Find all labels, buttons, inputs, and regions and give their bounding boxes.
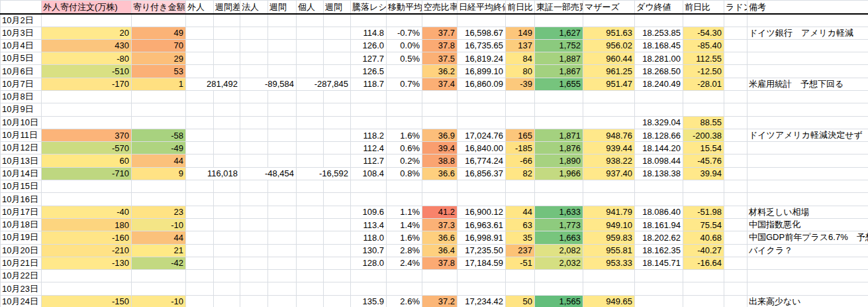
cell-p[interactable]: 949.65 [583,295,635,307]
cell-k[interactable] [387,270,422,282]
note-cell[interactable]: 米雇用統計 予想下回る [747,78,868,90]
cell-j[interactable]: 114.8 [351,27,387,39]
cell-h[interactable] [297,282,324,295]
cell-j[interactable]: 118.0 [351,231,387,244]
cell-p[interactable]: 955.81 [583,244,635,257]
cell-d[interactable] [186,193,214,206]
cell-n[interactable] [506,270,535,282]
cell-h[interactable] [297,103,324,116]
cell-k[interactable]: 0.8% [387,167,422,180]
cell-l[interactable]: 37.8 [422,39,458,52]
cell-p[interactable]: 959.83 [583,231,635,244]
cell-s[interactable] [724,52,747,65]
cell-n[interactable]: 63 [506,218,535,231]
note-cell[interactable] [747,282,868,295]
cell-h[interactable] [297,244,324,257]
cell-p[interactable]: 939.44 [583,142,635,154]
cell-g[interactable] [268,65,297,78]
cell-k[interactable]: 1.4% [387,218,422,231]
cell-g[interactable] [268,295,297,307]
cell-f[interactable] [240,90,268,103]
note-cell[interactable]: ドイツ銀行 アメリカ軽減 [747,27,868,39]
date-cell[interactable]: 10月24日 [1,295,42,307]
date-cell[interactable]: 10月10日 [1,116,42,129]
cell-e[interactable] [214,39,240,52]
cell-d[interactable] [186,231,214,244]
cell-n[interactable] [506,282,535,295]
cell-j[interactable]: 112.7 [351,154,387,167]
cell-e[interactable] [214,90,240,103]
cell-f[interactable]: -48,454 [240,167,297,180]
cell-g[interactable] [268,142,297,154]
cell-e[interactable] [214,270,240,282]
cell-r[interactable]: 15.54 [683,142,724,154]
cell-h[interactable] [297,193,324,206]
cell-h[interactable] [297,154,324,167]
cell-i[interactable] [324,244,351,257]
cell-p[interactable]: 960.44 [583,52,635,65]
cell-r[interactable]: 75.54 [683,218,724,231]
cell-o[interactable] [535,180,583,193]
cell-k[interactable]: 2.8% [387,244,422,257]
date-cell[interactable]: 10月14日 [1,167,42,180]
cell-e[interactable] [214,27,240,39]
cell-r[interactable]: -85.40 [683,39,724,52]
cell-j[interactable]: 126.5 [351,65,387,78]
cell-r[interactable]: 88.55 [683,116,724,129]
cell-q[interactable] [635,193,683,206]
cell-m[interactable]: 16,963.61 [458,218,506,231]
cell-s[interactable] [724,65,747,78]
cell-b[interactable]: 430 [42,39,132,52]
cell-d[interactable] [186,14,214,27]
cell-j[interactable] [351,14,387,27]
cell-l[interactable] [422,193,458,206]
cell-o[interactable]: 1,867 [535,65,583,78]
cell-c[interactable] [132,282,186,295]
cell-m[interactable]: 16,598.67 [458,27,506,39]
cell-n[interactable] [506,103,535,116]
cell-d[interactable] [186,154,214,167]
cell-q[interactable]: 18.281.00 [635,52,683,65]
cell-q[interactable]: 18.086.40 [635,206,683,218]
cell-d[interactable] [186,257,214,269]
cell-s[interactable] [724,116,747,129]
cell-d[interactable] [186,129,214,141]
cell-c[interactable]: 1 [132,78,186,90]
cell-s[interactable] [724,27,747,39]
note-cell[interactable] [747,167,868,180]
column-header-r[interactable]: 前日比 [683,1,724,14]
cell-n[interactable]: 237 [506,244,535,257]
cell-i[interactable] [324,295,351,307]
note-cell[interactable] [747,193,868,206]
cell-m[interactable] [458,180,506,193]
cell-s[interactable] [724,14,747,27]
cell-l[interactable] [422,180,458,193]
cell-d[interactable] [186,27,214,39]
cell-f[interactable] [240,129,268,141]
cell-d[interactable] [186,244,214,257]
cell-l[interactable] [422,90,458,103]
cell-o[interactable]: 1,627 [535,27,583,39]
date-cell[interactable]: 10月17日 [1,206,42,218]
cell-o[interactable]: 1,890 [535,154,583,167]
cell-m[interactable]: 17,235.50 [458,244,506,257]
cell-r[interactable]: -54.30 [683,27,724,39]
cell-m[interactable] [458,103,506,116]
cell-c[interactable]: -49 [132,142,186,154]
cell-o[interactable] [535,193,583,206]
cell-o[interactable]: 2,082 [535,244,583,257]
cell-i[interactable] [324,154,351,167]
cell-b[interactable] [42,116,132,129]
note-cell[interactable] [747,14,868,27]
cell-h[interactable] [297,14,324,27]
cell-f[interactable] [240,218,268,231]
note-cell[interactable]: 材料乏しい相場 [747,206,868,218]
cell-l[interactable] [422,14,458,27]
cell-l[interactable]: 37.3 [422,218,458,231]
cell-g[interactable] [268,90,297,103]
cell-n[interactable] [506,180,535,193]
cell-q[interactable]: 18.162.35 [635,244,683,257]
cell-n[interactable]: 44 [506,206,535,218]
cell-n[interactable]: 165 [506,129,535,141]
cell-r[interactable]: -16.64 [683,257,724,269]
